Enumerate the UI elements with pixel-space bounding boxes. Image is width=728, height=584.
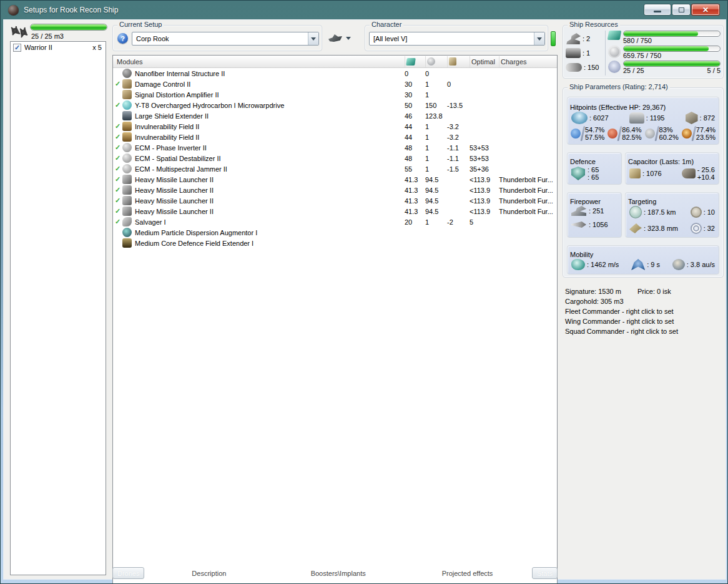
module-name: Heavy Missile Launcher II [135, 187, 405, 194]
module-row[interactable]: Medium Particle Dispersion Augmentor I [113, 227, 557, 238]
module-row[interactable]: ✓Invulnerability Field II441-3.2 [113, 132, 557, 142]
drone-list-item[interactable]: ✓Warrior IIx 5 [11, 42, 106, 53]
powergrid-column-header[interactable] [425, 56, 447, 67]
capacitor-column-header[interactable] [447, 56, 470, 67]
module-cpu: 41.3 [405, 187, 425, 194]
launcher-hardpoints-icon [566, 48, 581, 58]
missile-dps-value: : 1056 [589, 221, 608, 228]
module-row[interactable]: ✓ECM - Phase Inverter II481-1.153+53 [113, 142, 557, 153]
invulnerability-field-icon [122, 122, 132, 131]
thermal-resist-armor: 82.5% [622, 134, 641, 141]
module-row[interactable]: ✓ECM - Spatial Destabilizer II481-1.153+… [113, 153, 557, 163]
module-row[interactable]: Signal Distortion Amplifier II301 [113, 89, 557, 100]
module-capacitor: -1.1 [447, 144, 470, 152]
module-cpu: 44 [405, 134, 425, 141]
module-name: Heavy Missile Launcher II [135, 208, 405, 215]
module-row[interactable]: ✓Damage Control II3010 [113, 79, 557, 89]
ship-menu-button[interactable] [328, 31, 356, 45]
maximize-icon [679, 7, 684, 12]
module-row[interactable]: ✓Heavy Missile Launcher II41.394.5<113.9… [113, 174, 557, 185]
module-capacitor: -3.2 [447, 123, 470, 130]
drone-bay-capacity: 25 / 25 m3 [31, 32, 64, 40]
module-optimal: 5 [470, 218, 499, 226]
missile-dps-icon [571, 221, 586, 228]
character-dropdown-button[interactable] [534, 32, 544, 45]
module-charges: Thunderbolt Fur... [499, 176, 557, 183]
stats-button[interactable]: Stats [532, 567, 558, 579]
close-button[interactable]: ✕ [691, 4, 720, 16]
optimal-column-header[interactable]: Optimal [470, 56, 499, 67]
warp-speed-value: : 3.8 au/s [687, 261, 715, 268]
module-row[interactable]: Large Shield Extender II46123.8 [113, 110, 557, 121]
cargohold-text: Cargohold: 305 m3 [565, 296, 724, 306]
current-setup-dropdown-button[interactable] [308, 32, 318, 45]
tab-description[interactable]: Description [144, 570, 273, 577]
module-powergrid: 1 [425, 123, 447, 130]
tab-boosters-implants[interactable]: Boosters\Implants [273, 570, 403, 577]
close-icon: ✕ [702, 6, 709, 14]
drone-quantity: x 5 [92, 44, 102, 51]
module-capacitor: -3.2 [447, 134, 470, 141]
capacitor-title: Capacitor (Lasts: 1m) [628, 158, 716, 165]
module-powergrid: 123.8 [425, 112, 447, 120]
character-dropdown[interactable]: [All level V] [369, 32, 545, 46]
chevron-down-icon [311, 37, 316, 41]
module-row[interactable]: ✓Heavy Missile Launcher II41.394.5<113.9… [113, 195, 557, 206]
current-setup-dropdown[interactable]: Corp Rook [132, 32, 319, 46]
module-cpu: 0 [405, 70, 425, 77]
module-name: Damage Control II [135, 80, 405, 88]
dronebay-bar-fill [624, 61, 720, 66]
module-name: Medium Particle Dispersion Augmentor I [135, 229, 405, 236]
defence-icon [571, 167, 585, 180]
module-row[interactable]: Medium Core Defence Field Extender I [113, 238, 557, 248]
squad-commander-text[interactable]: Squad Commander - right click to set [565, 326, 724, 336]
rig-extender-icon [122, 238, 132, 248]
hitpoints-title: Hitpoints (Effective HP: 29,367) [570, 104, 716, 111]
minimize-button[interactable] [644, 4, 671, 16]
defence-value-1: : 65 [588, 166, 599, 173]
drone-list[interactable]: ✓Warrior IIx 5 [10, 41, 106, 575]
module-row[interactable]: Nanofiber Internal Structure II00 [113, 68, 557, 79]
targeting-title: Targeting [628, 198, 716, 205]
module-row[interactable]: ✓Heavy Missile Launcher II41.394.5<113.9… [113, 185, 557, 195]
explosive-resist-shield: 77.4% [696, 126, 716, 134]
module-charges: Thunderbolt Fur... [499, 197, 557, 205]
ship-resources-groupbox: Ship Resources : 2 : 1 : 150 580 / 750 [563, 25, 724, 79]
defence-groupbox: Defence : 65: 65 [567, 152, 622, 185]
module-row[interactable]: ✓Y-T8 Overcharged Hydrocarbon I Microwar… [113, 100, 557, 110]
cpu-column-header[interactable] [405, 56, 425, 67]
powergrid-icon [608, 46, 621, 58]
module-cpu: 30 [405, 80, 425, 88]
missile-launcher-icon [122, 196, 132, 205]
tab-projected-effects[interactable]: Projected effects [403, 570, 532, 577]
module-powergrid: 1 [425, 80, 447, 88]
armor-icon [629, 112, 644, 124]
drones-button[interactable]: Drones [112, 567, 144, 579]
module-row[interactable]: ✓ECM - Multispectral Jammer II551-1.535+… [113, 163, 557, 174]
help-icon[interactable]: ? [117, 33, 128, 44]
ship-summary: Signature: 1530 m Price: 0 isk Cargohold… [565, 286, 724, 336]
module-charges: Thunderbolt Fur... [499, 208, 557, 215]
cpu-bar-fill [624, 31, 698, 36]
rig-augmentor-icon [122, 228, 132, 237]
damage-control-icon [122, 79, 132, 89]
rig-calibration-icon [566, 63, 582, 72]
charges-column-header[interactable]: Charges [499, 56, 557, 67]
shield-icon [571, 112, 588, 124]
em-resist-icon [571, 129, 581, 139]
drone-checkbox[interactable]: ✓ [13, 44, 21, 52]
module-name: Invulnerability Field II [135, 123, 405, 130]
price-text: Price: 0 isk [637, 286, 671, 296]
max-targets-icon [691, 207, 702, 218]
module-powergrid: 94.5 [425, 208, 447, 215]
agility-icon [631, 259, 645, 270]
maximize-button[interactable] [672, 4, 691, 16]
capacitor-recharge-icon [682, 168, 696, 178]
module-row[interactable]: ✓Salvager I201-25 [113, 217, 557, 227]
module-row[interactable]: ✓Heavy Missile Launcher II41.394.5<113.9… [113, 206, 557, 217]
module-active-check: ✓ [113, 197, 122, 205]
module-row[interactable]: ✓Invulnerability Field II441-3.2 [113, 121, 557, 132]
wing-commander-text[interactable]: Wing Commander - right click to set [565, 316, 724, 326]
cpu-icon [406, 58, 416, 66]
fleet-commander-text[interactable]: Fleet Commander - right click to set [565, 306, 724, 316]
